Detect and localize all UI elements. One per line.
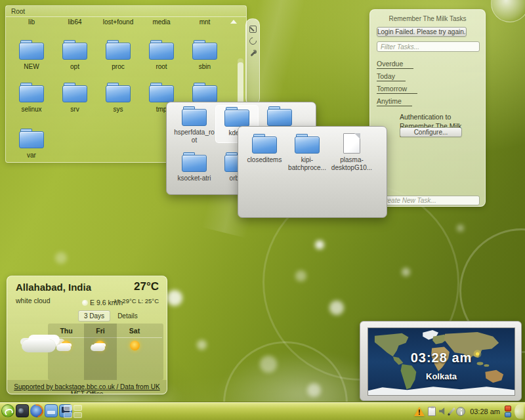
pager-desktop-3[interactable] [64,412,72,418]
folder-icon [19,40,44,60]
bokeh-dot [329,301,344,315]
folder-icon [149,40,174,60]
folder-icon [106,40,131,60]
bottom-panel: 03:28 am [0,402,525,420]
bokeh-dot [315,240,324,249]
bokeh-dot [295,270,306,282]
rtm-link-anytime[interactable]: Anytime [377,97,485,106]
forecast-column-fri: Fri 30°C 24°C [84,324,117,380]
folder-item[interactable]: sbin [183,40,226,71]
wind-icon [82,300,88,306]
weather-location: Allahabad, India [16,282,91,293]
forecast-column-thu: Thu 29°C 25°C [50,324,83,380]
folder-icon [252,134,277,154]
firefox-icon[interactable] [30,404,43,417]
tray-extra-icons[interactable] [505,406,511,417]
application-launcher-icon[interactable] [1,404,14,417]
folder-icon [224,107,249,127]
desktop-toolbox-cashew[interactable] [491,0,525,22]
folder-item[interactable]: srv [53,83,96,114]
folder-icon [267,106,292,126]
video-app-icon[interactable] [16,404,29,417]
rtm-link-overdue[interactable]: Overdue [377,60,485,69]
folder-icon [19,83,44,102]
folder-icon [182,152,207,172]
pager-desktop-1[interactable] [64,405,72,411]
folder-label[interactable]: lost+found [96,18,140,26]
folder-item[interactable]: var [10,129,53,159]
file-manager-icon[interactable] [45,404,58,417]
rtm-filter-input[interactable] [377,41,480,52]
scroll-up-arrow-icon[interactable] [230,20,237,24]
system-tray: 03:28 am [414,402,524,420]
pager-desktop-2[interactable] [74,405,82,411]
folder-popup-front: closeditems kipi-batchproce... plasma-de… [238,126,387,218]
weather-tabs: 3 Days Details [78,310,144,322]
warning-icon[interactable] [414,407,425,416]
weather-credit-link[interactable]: Supported by backstage.bbc.co.uk / Data … [7,383,167,394]
clock-city: Kolkata [368,371,514,381]
bokeh-dot [167,290,182,306]
world-map: 03:28 am Kolkata [368,327,515,396]
rtm-configure-button[interactable]: Configure... [400,127,462,137]
world-clock-widget: 03:28 am Kolkata [360,321,522,401]
rtm-title: Remember The Milk Tasks [370,15,485,22]
pager-desktop-4[interactable] [74,412,82,418]
configure-wrench-icon[interactable] [249,50,257,57]
clipboard-icon[interactable] [428,407,436,416]
panel-toolbox-cashew[interactable] [514,404,524,419]
folder-label[interactable]: mnt [183,18,226,26]
sunny-icon [130,341,140,350]
folder-item[interactable]: kipi-batchproce... [285,134,329,171]
panel-launchers [1,404,72,417]
weather-condition: white cloud [16,297,51,304]
folder-label[interactable]: media [140,18,183,26]
folder-item[interactable]: NEW [10,40,53,71]
scrollbar-thumb[interactable] [238,62,243,106]
folder-item[interactable]: hsperfdata_root [173,106,216,144]
rtm-link-tomorrow[interactable]: Tomorrow [377,85,485,94]
bokeh-dot [55,252,67,264]
rtm-link-today[interactable]: Today [377,72,485,81]
tab-3-days[interactable]: 3 Days [78,310,110,322]
folder-icon [19,129,44,148]
folder-icon [62,40,87,60]
folder-item[interactable]: opt [53,40,96,71]
forecast-column-sat: Sat 32°C 25°C [118,324,151,380]
panel-clock[interactable]: 03:28 am [469,408,501,415]
folder-label[interactable]: lib64 [53,18,96,26]
folder-icon [295,134,320,154]
folder-icon [62,83,87,102]
folder-item[interactable]: closeditems [243,134,286,164]
folder-label[interactable]: lib [10,18,53,26]
notifier-icon[interactable] [505,406,511,411]
file-item[interactable]: plasma-desktopG10... [330,133,373,171]
rtm-login-failed-button[interactable]: Login Failed. Please try again. [377,27,467,37]
widget-handle[interactable] [245,18,260,105]
folder-item[interactable]: proc [96,40,140,71]
document-icon [343,133,360,154]
folder-item[interactable]: ksocket-atri [173,152,216,182]
device-icon[interactable] [505,412,511,417]
folder-icon [192,40,217,60]
tab-details[interactable]: Details [112,310,144,322]
clock-time: 03:28 am [368,350,514,366]
stylus-icon[interactable] [448,408,455,415]
bokeh-dot [402,268,410,276]
folder-item[interactable] [258,106,301,129]
bokeh-dot [457,224,464,232]
resize-icon[interactable] [249,26,257,33]
desktop-pager [64,405,82,418]
rtm-new-task-input[interactable] [377,196,480,205]
folder-icon [192,83,217,102]
folder-item[interactable]: sys [96,83,140,114]
folder-icon [182,106,207,126]
volume-icon[interactable] [439,408,448,415]
refresh-icon[interactable] [248,36,258,46]
weather-high-low: H: 29°C L: 25°C [114,297,159,304]
info-icon[interactable] [456,407,465,416]
folder-item[interactable]: root [140,40,183,71]
weather-temperature: 27°C [134,280,159,293]
folder-icon [149,83,174,102]
folder-item[interactable]: selinux [10,83,53,114]
